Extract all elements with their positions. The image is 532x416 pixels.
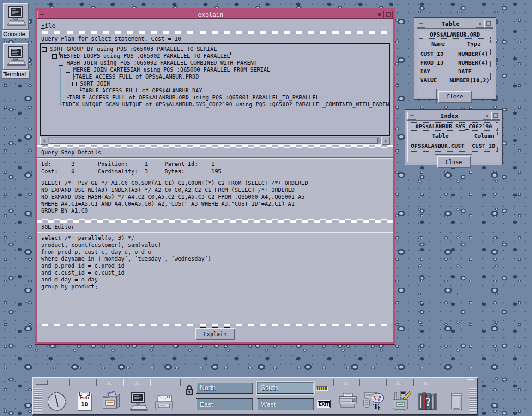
subpanel-arrow[interactable] [423, 381, 429, 385]
panel-divider [96, 379, 97, 386]
explain-button[interactable]: Explain [195, 328, 235, 340]
column-header: Table [410, 132, 471, 140]
expand-collapse-icon[interactable]: − [59, 61, 63, 66]
tree-node[interactable]: −-HASH JOIN using PQS :Q65002 PARALLEL_C… [42, 60, 388, 67]
expand-collapse-icon[interactable]: − [66, 68, 70, 73]
tree-node-label[interactable]: INDEX UNIQUE SCAN UNIQUE of OPS$ALANBUR.… [62, 101, 390, 108]
window-menu-button[interactable] [37, 11, 46, 18]
table-titlebar[interactable]: Table [417, 20, 493, 29]
subpanel-arrow[interactable] [343, 381, 349, 385]
workspace-button-north[interactable]: North [196, 382, 253, 394]
tree-node-label[interactable]: MERGE JOIN CARTESIAN using PQS :Q65000 P… [73, 67, 270, 73]
panel-divider [123, 379, 124, 386]
tree-node[interactable]: │ −-MERGE JOIN CARTESIAN using PQS :Q650… [42, 67, 388, 73]
subpanel-arrow[interactable] [395, 381, 402, 385]
sql-editor-text[interactable]: select /*+ parallel(o, 3) */ product, co… [41, 235, 389, 290]
tree-node-label[interactable]: NESTED LOOPS using PQS :Q65002 PARALLEL_… [60, 53, 230, 59]
tree-node-label[interactable]: TABLE ACCESS FULL of OPS$ALANBUR.DAY [82, 87, 202, 94]
table-cell: PROD_ID [420, 59, 458, 67]
tree-node-label[interactable]: TABLE ACCESS FULL of OPS$ALANBUR.PROD [75, 73, 199, 80]
expand-collapse-icon[interactable]: − [42, 47, 47, 52]
window-menu-icon [419, 23, 423, 24]
index-rows: OPS$ALANBUR.CUSTCUST_ID [410, 141, 498, 152]
window-menu-button[interactable] [417, 20, 425, 28]
help-icon[interactable]: ? [416, 390, 439, 414]
window-menu-icon [410, 115, 414, 116]
tree-node[interactable]: │ └TABLE ACCESS FULL of OPS$ALANBUR.ORD … [42, 94, 388, 101]
tree-node-label[interactable]: TABLE ACCESS FULL of OPS$ALANBUR.ORD usi… [69, 94, 319, 101]
calendar-month: Feb [80, 395, 89, 401]
menu-file[interactable]: File [41, 22, 55, 29]
plan-header-label: Query Plan for select statement. Cost = … [37, 34, 393, 43]
window-title: Table [425, 20, 476, 28]
lock-icon[interactable] [184, 385, 194, 398]
panel-divider [69, 379, 70, 386]
step-detail-fields: Id:2Position:1Parent Id:1Cost:6Cardinali… [41, 160, 389, 175]
scrollbar-thumb[interactable] [49, 138, 378, 144]
tree-node-label[interactable]: HASH JOIN using PQS :Q65002 PARALLEL_COM… [66, 60, 257, 66]
workspace-button-south[interactable]: South [257, 382, 314, 394]
trash-icon[interactable] [445, 390, 468, 414]
calendar-icon[interactable]: Feb 10 [73, 390, 96, 414]
table-rows: CUST_IDNUMBER(4)PROD_IDNUMBER(4)DAYDATEV… [419, 49, 491, 86]
table-cell: CUST_ID [472, 142, 496, 151]
subpanel-arrow[interactable] [106, 381, 113, 385]
expand-collapse-icon[interactable]: − [52, 54, 57, 59]
table-cell: NUMBER(10,2) [449, 76, 490, 85]
tree-node[interactable]: │ │ └TABLE ACCESS FULL of OPS$ALANBUR.DA… [42, 87, 388, 94]
detail-field: 195 [211, 168, 389, 175]
panel-grip-left[interactable] [34, 388, 42, 413]
panel-grip-right[interactable] [469, 388, 477, 413]
panel-handle[interactable] [36, 380, 48, 385]
index-titlebar[interactable]: Index [407, 112, 500, 121]
tree-node[interactable]: │ │ ├TABLE ACCESS FULL of OPS$ALANBUR.PR… [42, 73, 388, 80]
minimize-button[interactable] [375, 11, 384, 18]
workspace-button-west[interactable]: West [257, 398, 314, 410]
minimize-button[interactable] [476, 20, 484, 28]
tree-node[interactable]: − SORT GROUP BY using PQS :Q65003 PARALL… [42, 46, 388, 53]
explain-titlebar[interactable]: explain [37, 11, 393, 19]
table-window: Table OPS$ALANBUR.ORD Name Type CUST_IDN… [414, 18, 496, 99]
table-cell: DAY [420, 67, 458, 76]
table-column-headers: Name Type [419, 40, 491, 48]
clock-icon[interactable] [45, 390, 68, 414]
panel-terminal-icon[interactable] [127, 390, 150, 414]
tree-node-label[interactable]: SORT JOIN [80, 80, 110, 87]
mail-icon[interactable] [152, 390, 175, 414]
panel-minimize-button[interactable] [467, 379, 474, 385]
calendar-day: 10 [81, 401, 88, 408]
style-manager-icon[interactable]: T t [362, 390, 385, 414]
menu-bar: File [37, 19, 393, 31]
file-manager-icon[interactable] [99, 390, 122, 414]
maximize-button[interactable] [491, 112, 500, 120]
sql-editor-area[interactable]: select /*+ parallel(o, 3) */ product, co… [37, 232, 393, 324]
scrollbar-track[interactable] [48, 137, 382, 145]
terminal-icon[interactable] [3, 43, 29, 70]
maximize-button[interactable] [484, 20, 493, 28]
exit-button[interactable]: EXIT [317, 400, 331, 408]
window-menu-button[interactable] [407, 112, 416, 120]
detail-field: 1 [145, 160, 164, 168]
scroll-right-button[interactable] [382, 137, 390, 145]
tree-node[interactable]: │ │ −-SORT JOIN [42, 80, 388, 87]
expand-collapse-icon[interactable]: − [72, 82, 77, 86]
desktop-icon-console[interactable]: Console [2, 3, 30, 38]
workspace-button-east[interactable]: East [196, 398, 253, 410]
applications-icon[interactable] [389, 390, 412, 414]
scroll-left-button[interactable] [40, 137, 48, 145]
query-plan-tree[interactable]: − SORT GROUP BY using PQS :Q65003 PARALL… [40, 43, 390, 136]
subpanel-arrow[interactable] [134, 381, 140, 385]
tree-node[interactable]: └INDEX UNIQUE SCAN UNIQUE of OPS$ALANBUR… [42, 101, 388, 108]
tree-node-label[interactable]: SORT GROUP BY using PQS :Q65003 PARALLEL… [50, 46, 217, 52]
table-row: CUST_IDNUMBER(4) [420, 50, 490, 59]
console-icon[interactable] [3, 3, 29, 30]
table-close-button[interactable]: Close [438, 91, 472, 103]
tree-node[interactable]: −-NESTED LOOPS using PQS :Q65002 PARALLE… [42, 53, 388, 60]
maximize-button[interactable] [384, 11, 393, 18]
desktop-icon-terminal[interactable]: Terminal [2, 43, 30, 79]
horizontal-scrollbar[interactable] [40, 137, 390, 145]
index-close-button[interactable]: Close [437, 156, 470, 168]
printer-icon[interactable] [336, 390, 359, 414]
minimize-button[interactable] [483, 112, 491, 120]
table-row: VALUENUMBER(10,2) [420, 76, 490, 85]
